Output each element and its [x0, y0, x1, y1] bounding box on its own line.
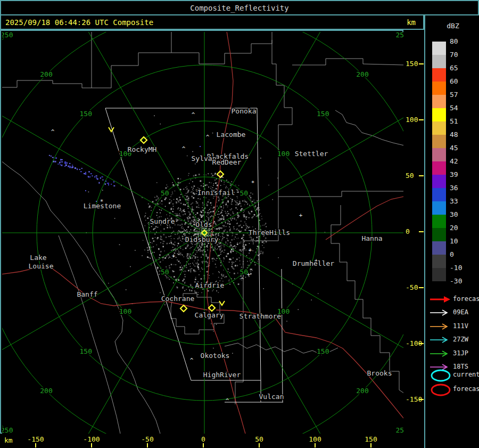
bottom-axis-tick-label: -50 [141, 435, 153, 443]
colorbar-block-57 [432, 95, 446, 108]
city-label: RockyMH [128, 145, 157, 153]
station-marker: + [247, 271, 251, 278]
station-marker: + [172, 252, 176, 259]
range-ring-label: 50 [240, 189, 248, 197]
27ZW-arrow-icon [430, 336, 451, 344]
range-ring-label: 150 [80, 347, 92, 355]
city-label: Stettler [295, 150, 328, 158]
current-ellipse-icon [430, 369, 453, 382]
bottom-axis-tick [203, 443, 204, 447]
city-label: Drumheller [293, 259, 334, 267]
city-label: Cochrane [161, 295, 195, 303]
city-label: Lacombe [217, 131, 246, 139]
city-label: Hanna [361, 234, 382, 242]
station-marker: ^ [190, 357, 194, 364]
range-ring-label: 100 [119, 307, 131, 315]
city-label: Airdrie [195, 281, 225, 289]
station-marker: ^ [226, 397, 229, 404]
bottom-axis-tick-label: 50 [255, 435, 263, 443]
colorbar-block-30 [432, 215, 446, 228]
colorbar-label: 30 [450, 210, 458, 219]
right-axis-tick [419, 175, 424, 176]
111V-arrow-icon [430, 323, 451, 330]
bottom-axis-tick [315, 443, 316, 447]
station-marker: + [299, 212, 303, 219]
city-label: ThreeHills [249, 229, 290, 237]
legend-row-09EA: 09EA [425, 308, 479, 317]
bottom-axis: km -150-100-50050100150 [0, 434, 424, 448]
colorbar-label: 45 [450, 144, 458, 152]
colorbar-label: 60 [450, 77, 458, 86]
city-label: Strathmore [240, 312, 281, 320]
range-ring-label: 200 [40, 387, 52, 395]
right-axis-tick [419, 231, 424, 232]
bottom-axis-tick [259, 443, 260, 447]
legend-label: 27ZW [453, 336, 468, 343]
range-ring-label: 150 [317, 347, 329, 355]
right-axis-tick [419, 399, 424, 400]
legend-row-forecast-ellipse: forecast [425, 382, 479, 396]
colorbar-block-0 [432, 255, 446, 268]
city-label: Didsbury [185, 235, 219, 243]
bottom-axis-tick-label: -100 [83, 435, 100, 443]
legend-label: 09EA [453, 308, 468, 316]
km-unit-bottom: km [4, 436, 13, 444]
colorbar-label: 0 [450, 250, 454, 259]
range-ring-label: 250 [2, 426, 13, 434]
legend-row-111V: 111V [425, 322, 479, 331]
range-ring-label: 250 [395, 32, 403, 39]
colorbar-block-10 [432, 241, 446, 255]
radar-map: 5050505010010010010015015015015020020020… [0, 30, 403, 434]
colorbar-block-33 [432, 201, 446, 215]
colorbar-title: dBZ [441, 22, 465, 30]
colorbar-block-80 [432, 42, 446, 55]
station-marker: ^ [241, 276, 244, 283]
city-label: Louise [29, 262, 54, 270]
station-marker: * [251, 180, 255, 186]
colorbar-label: -10 [450, 264, 462, 272]
city-label: Ponoka [232, 107, 257, 115]
31JP-arrow-icon [430, 350, 451, 357]
station-marker: ^ [206, 134, 210, 141]
range-ring-label: 200 [40, 70, 52, 78]
bottom-axis-tick-label: -150 [27, 435, 44, 443]
legend-label: current [453, 371, 479, 378]
station-marker: ^ [220, 175, 224, 182]
colorbar-block--10 [432, 268, 446, 281]
bottom-axis-tick [370, 443, 371, 447]
colorbar-label: 36 [450, 184, 458, 192]
station-marker: ^ [51, 128, 55, 135]
colorbar-block-51 [432, 121, 446, 135]
colorbar-label: 51 [450, 117, 458, 126]
city-label: Okotoks [201, 352, 230, 360]
range-ring-label: 200 [356, 387, 368, 395]
station-marker: ^ [192, 111, 195, 118]
app-title: Composite_Reflectivity [190, 4, 288, 12]
city-label: Vulcan [259, 393, 284, 401]
right-axis-tick [419, 287, 424, 288]
colorbar-block-48 [432, 135, 446, 148]
km-unit-top: km [407, 18, 416, 27]
colorbar-block-45 [432, 148, 446, 161]
range-ring-label: 50 [161, 268, 169, 276]
legend-label: forecast [453, 385, 479, 393]
right-axis-tick [419, 63, 424, 64]
right-axis: 150100500-50-100-150 [403, 30, 424, 434]
colorbar-block-36 [432, 188, 446, 201]
radar-site-dot [204, 232, 205, 233]
colorbar-block-60 [432, 82, 446, 95]
colorbar-label: 10 [450, 237, 458, 246]
legend-row-forecast: forecast [425, 295, 479, 304]
range-ring-label: 200 [356, 70, 368, 78]
range-ring-label: 50 [161, 189, 169, 197]
colorbar-label: 70 [450, 51, 458, 59]
bottom-axis-tick [147, 443, 148, 447]
colorbar-label: 57 [450, 91, 458, 99]
right-axis-tick [419, 343, 424, 344]
colorbar-block-54 [432, 108, 446, 121]
colorbar-block-65 [432, 68, 446, 82]
city-label: RedDeer [212, 158, 242, 166]
city-label: Brooks [367, 369, 392, 377]
city-label: Sundre [150, 217, 175, 225]
range-ring-label: 150 [80, 110, 92, 118]
